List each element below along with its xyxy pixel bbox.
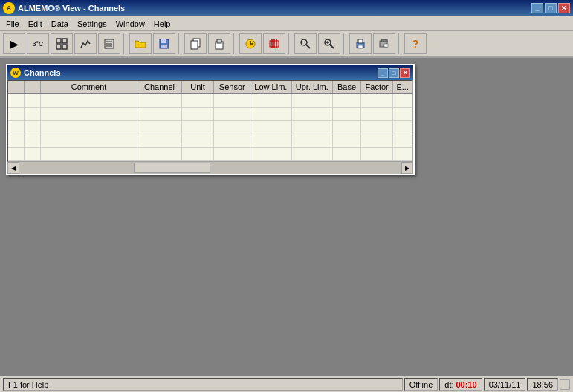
help-tool-button[interactable]: ? [404, 33, 427, 54]
svg-rect-14 [217, 39, 221, 43]
printer-list-button[interactable] [98, 33, 120, 54]
separator-6 [398, 33, 401, 54]
save-button[interactable] [153, 33, 175, 54]
separator-3 [233, 33, 236, 54]
play-button[interactable]: ▶ [3, 33, 25, 54]
svg-rect-10 [161, 45, 167, 48]
title-bar: A ALMEMO® View - Channels _ □ ✕ [0, 0, 573, 16]
svg-rect-32 [381, 39, 387, 42]
print-button[interactable] [349, 33, 372, 54]
col-extra: E... [393, 81, 412, 94]
col-check [25, 81, 41, 94]
help-text: F1 for Help [8, 380, 48, 389]
col-channel: Channel [137, 81, 182, 94]
clock-button[interactable] [239, 33, 262, 54]
svg-rect-33 [384, 44, 388, 47]
svg-line-23 [306, 45, 310, 48]
separator-1 [123, 33, 126, 54]
separator-2 [178, 33, 181, 54]
close-button[interactable]: ✕ [558, 3, 570, 13]
temperature-button[interactable]: 3°C [27, 33, 49, 54]
channels-table-container: Comment Channel Unit Sensor Low Lim. Upr… [7, 80, 413, 162]
channels-table: Comment Channel Unit Sensor Low Lim. Upr… [8, 81, 412, 161]
col-upr-lim: Upr. Lim. [291, 81, 332, 94]
channels-controls: _ □ ✕ [378, 68, 410, 78]
svg-line-25 [330, 45, 334, 48]
menu-data[interactable]: Data [47, 18, 73, 30]
menu-help[interactable]: Help [149, 18, 175, 30]
offline-label: Offline [409, 380, 433, 389]
svg-rect-2 [56, 45, 61, 49]
search-button[interactable] [294, 33, 317, 54]
toolbar: ▶ 3°C ? [0, 31, 573, 58]
channels-minimize-button[interactable]: _ [378, 68, 388, 78]
channels-titlebar: W Channels _ □ ✕ [7, 65, 413, 80]
separator-5 [343, 33, 346, 54]
zoom-button[interactable] [318, 33, 340, 54]
menu-edit[interactable]: Edit [24, 18, 47, 30]
menu-file[interactable]: File [1, 18, 24, 30]
time-prefix: dt: [444, 380, 453, 389]
scan-button[interactable] [263, 33, 285, 54]
maximize-button[interactable]: □ [545, 3, 557, 13]
menu-window[interactable]: Window [111, 18, 149, 30]
status-time-container: dt: 00:10 [439, 378, 482, 391]
svg-rect-29 [358, 39, 363, 43]
status-offline: Offline [404, 378, 438, 391]
svg-rect-30 [358, 45, 363, 48]
copy-button[interactable] [184, 33, 207, 54]
status-time: 00:10 [456, 380, 477, 389]
col-comment: Comment [40, 81, 137, 94]
table-row[interactable] [8, 107, 412, 120]
window-controls: _ □ ✕ [531, 3, 570, 13]
grid-button[interactable] [51, 33, 73, 54]
status-indicator-1 [560, 379, 570, 390]
channels-icon: W [10, 68, 21, 78]
paste-button[interactable] [208, 33, 230, 54]
col-unit: Unit [181, 81, 213, 94]
menu-settings[interactable]: Settings [73, 18, 111, 30]
svg-rect-12 [191, 41, 198, 49]
date-label: 03/11/11 [489, 380, 521, 389]
chart-button[interactable] [74, 33, 97, 54]
status-date: 03/11/11 [484, 378, 526, 391]
app-icon: A [3, 2, 15, 14]
separator-4 [288, 33, 291, 54]
status-clock: 18:56 [527, 378, 558, 391]
table-row[interactable] [8, 134, 412, 147]
col-num [8, 81, 25, 94]
scroll-left-button[interactable]: ◀ [7, 162, 19, 174]
main-area: W Channels _ □ ✕ Comment Channel Unit S [0, 58, 573, 389]
horizontal-scrollbar[interactable]: ◀ ▶ [7, 162, 413, 174]
svg-rect-3 [62, 45, 67, 49]
table-row[interactable] [8, 147, 412, 160]
svg-rect-1 [62, 39, 67, 43]
folder-button[interactable] [129, 33, 152, 54]
col-factor: Factor [360, 81, 392, 94]
table-header-row: Comment Channel Unit Sensor Low Lim. Upr… [8, 81, 412, 94]
fax-button[interactable] [373, 33, 395, 54]
svg-point-22 [301, 39, 307, 45]
scroll-right-button[interactable]: ▶ [401, 162, 413, 174]
app-title: ALMEMO® View - Channels [18, 4, 531, 13]
svg-rect-9 [161, 39, 166, 43]
table-row[interactable] [8, 120, 412, 134]
status-help: F1 for Help [3, 378, 403, 391]
svg-rect-0 [56, 39, 61, 43]
status-bar: F1 for Help Offline dt: 00:10 03/11/11 1… [0, 376, 573, 392]
col-base: Base [332, 81, 360, 94]
minimize-button[interactable]: _ [531, 3, 543, 13]
menu-bar: File Edit Data Settings Window Help [0, 16, 573, 31]
clock-label: 18:56 [532, 380, 553, 389]
channels-close-button[interactable]: ✕ [400, 68, 410, 78]
channels-title: Channels [24, 68, 378, 77]
scroll-thumb[interactable] [134, 163, 210, 173]
table-row[interactable] [8, 94, 412, 107]
channels-window: W Channels _ □ ✕ Comment Channel Unit S [6, 64, 415, 175]
scroll-track[interactable] [19, 162, 401, 174]
channels-tbody [8, 94, 412, 160]
col-low-lim: Low Lim. [250, 81, 291, 94]
col-sensor: Sensor [214, 81, 250, 94]
channels-maximize-button[interactable]: □ [389, 68, 399, 78]
